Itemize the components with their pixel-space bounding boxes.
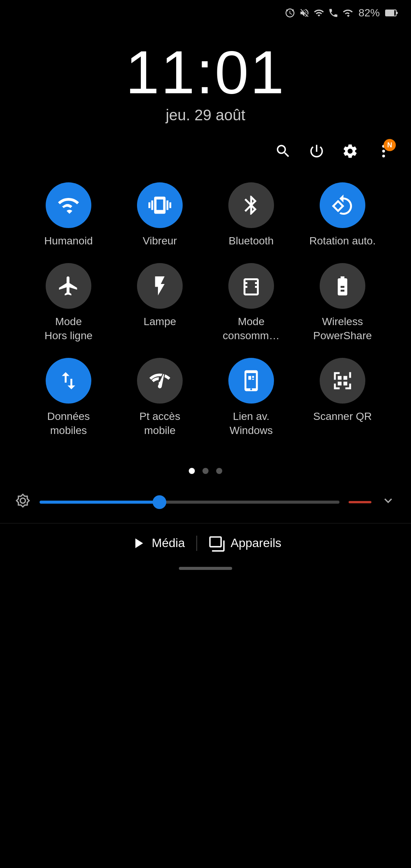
qs-lampe[interactable]: Lampe: [126, 263, 194, 343]
call-icon: [328, 8, 339, 18]
qs-link-windows-circle[interactable]: [228, 358, 274, 404]
pagination-dots: [0, 468, 411, 474]
devices-label: Appareils: [231, 536, 281, 550]
qs-rotation-label: Rotation auto.: [309, 234, 376, 248]
qs-airplane-label: ModeHors ligne: [45, 315, 92, 343]
quick-settings: Humanoid Vibreur Bluetooth: [0, 175, 411, 460]
qs-link-windows-label: Lien av.Windows: [229, 410, 273, 437]
settings-button[interactable]: [342, 143, 358, 163]
status-bar: 82%: [0, 0, 411, 19]
qs-hotspot-circle[interactable]: [137, 358, 183, 404]
media-label: Média: [152, 536, 185, 550]
clock-time: 11:01: [0, 42, 411, 103]
search-button[interactable]: [275, 143, 292, 163]
qs-bluetooth[interactable]: Bluetooth: [217, 182, 285, 248]
qs-qr-scanner[interactable]: Scanner QR: [308, 358, 377, 437]
notification-badge: N: [384, 139, 396, 151]
mute-icon: [299, 8, 310, 18]
qs-wireless[interactable]: WirelessPowerShare: [308, 263, 377, 343]
devices-button[interactable]: Appareils: [197, 535, 293, 552]
brightness-thumb[interactable]: [153, 495, 166, 509]
svg-point-3: [382, 150, 385, 152]
qs-humanoid-circle[interactable]: [46, 182, 91, 228]
qs-vibreur-circle[interactable]: [137, 182, 183, 228]
signal-icon: [342, 8, 353, 18]
qs-row-1: Humanoid Vibreur Bluetooth: [15, 182, 396, 248]
qs-airplane-circle[interactable]: [46, 263, 91, 309]
action-row: N: [0, 131, 411, 175]
clock-section: 11:01 jeu. 29 août: [0, 19, 411, 131]
qs-lampe-circle[interactable]: [137, 263, 183, 309]
power-button[interactable]: [308, 143, 325, 163]
qs-mobile-data-label: Donnéesmobiles: [47, 410, 90, 437]
qs-airplane[interactable]: ModeHors ligne: [34, 263, 103, 343]
battery-icon: [385, 8, 399, 18]
home-indicator: [0, 559, 411, 574]
brightness-expand-button[interactable]: [381, 493, 396, 512]
qs-bluetooth-circle[interactable]: [228, 182, 274, 228]
brightness-slider[interactable]: [40, 501, 339, 504]
brightness-icon: [15, 493, 30, 512]
wifi-icon: [314, 8, 324, 18]
qs-qr-label: Scanner QR: [313, 410, 372, 423]
qs-hotspot[interactable]: Pt accèsmobile: [126, 358, 194, 437]
qs-humanoid-label: Humanoid: [44, 234, 93, 248]
dot-2[interactable]: [202, 468, 209, 474]
qs-link-windows[interactable]: Lien av.Windows: [217, 358, 285, 437]
dot-3[interactable]: [216, 468, 222, 474]
qs-hotspot-label: Pt accèsmobile: [139, 410, 180, 437]
bottom-bar: Média Appareils: [0, 523, 411, 559]
qs-wireless-label: WirelessPowerShare: [313, 315, 372, 343]
svg-point-5: [382, 155, 385, 157]
qs-vibreur-label: Vibreur: [143, 234, 177, 248]
home-bar: [179, 567, 232, 570]
svg-rect-1: [396, 12, 398, 14]
qs-qr-scanner-circle[interactable]: [320, 358, 365, 404]
clock-date: jeu. 29 août: [0, 107, 411, 124]
qs-row-2: ModeHors ligne Lampe Modeconsomm…: [15, 263, 396, 343]
qs-row-3: Donnéesmobiles Pt accèsmobile Lien av.Wi…: [15, 358, 396, 437]
qs-rotation[interactable]: Rotation auto.: [308, 182, 377, 248]
qs-vibreur[interactable]: Vibreur: [126, 182, 194, 248]
qs-consomm-label: Modeconsomm…: [223, 315, 279, 343]
alarm-icon: [285, 8, 295, 18]
status-icons: [285, 8, 353, 18]
notification-button[interactable]: N: [375, 143, 392, 163]
qs-wireless-circle[interactable]: [320, 263, 365, 309]
qs-consomm-circle[interactable]: [228, 263, 274, 309]
battery-level: 82%: [358, 7, 380, 19]
qs-mobile-data-circle[interactable]: [46, 358, 91, 404]
svg-rect-2: [386, 10, 394, 16]
qs-rotation-circle[interactable]: [320, 182, 365, 228]
qs-consomm[interactable]: Modeconsomm…: [217, 263, 285, 343]
qs-humanoid[interactable]: Humanoid: [34, 182, 103, 248]
slider-end-indicator: [349, 501, 371, 503]
qs-bluetooth-label: Bluetooth: [229, 234, 274, 248]
qs-mobile-data[interactable]: Donnéesmobiles: [34, 358, 103, 437]
dot-1[interactable]: [189, 468, 195, 474]
brightness-row: [0, 489, 411, 515]
media-button[interactable]: Média: [118, 535, 196, 552]
qs-lampe-label: Lampe: [143, 315, 176, 329]
